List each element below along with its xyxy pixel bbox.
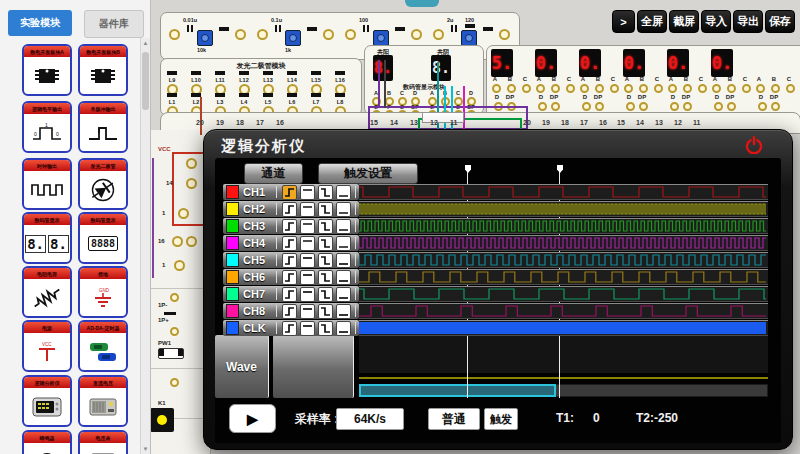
pin[interactable] — [670, 102, 679, 111]
pin[interactable] — [742, 84, 751, 93]
pin[interactable] — [551, 102, 560, 111]
pin[interactable] — [433, 29, 444, 40]
pin[interactable] — [522, 84, 531, 93]
pin[interactable] — [235, 29, 246, 40]
pin[interactable] — [170, 378, 179, 387]
module-card-meter-15[interactable]: 电压表 — [78, 430, 128, 454]
trigger-high-level-button[interactable] — [300, 185, 315, 200]
tab-experiment-modules[interactable]: 实验模块 — [8, 10, 72, 36]
module-card-led-5[interactable]: 发光二极管 — [78, 158, 128, 210]
trigger-high-level-button[interactable] — [300, 253, 315, 268]
wave-scrollbar-thumb[interactable] — [359, 384, 556, 397]
module-card-level-2[interactable]: 逻辑电平输出100 — [22, 101, 72, 153]
trigger-low-level-button[interactable] — [336, 202, 351, 217]
module-card-resistor-8[interactable]: 电阻电容 — [22, 266, 72, 318]
pin[interactable] — [786, 84, 795, 93]
trigger-low-level-button[interactable] — [336, 321, 351, 336]
pin[interactable] — [758, 102, 767, 111]
pin[interactable] — [345, 29, 356, 40]
trigger-low-level-button[interactable] — [336, 185, 351, 200]
pin[interactable] — [186, 178, 197, 189]
pin[interactable] — [756, 84, 765, 93]
module-card-chip-1[interactable]: 数电开发板块B — [78, 44, 128, 96]
module-card-seg4-7[interactable]: 数码管显示8888 — [78, 212, 128, 264]
pin[interactable] — [727, 84, 736, 93]
pin[interactable] — [771, 102, 780, 111]
pin[interactable] — [595, 102, 604, 111]
trigger-low-level-button[interactable] — [336, 236, 351, 251]
pin[interactable] — [727, 102, 736, 111]
k1-switch[interactable] — [150, 408, 174, 432]
trigger-rising-edge-button[interactable] — [282, 219, 297, 234]
pin[interactable] — [683, 84, 692, 93]
pin[interactable] — [536, 84, 545, 93]
potentiometer[interactable] — [461, 30, 477, 46]
trigger-falling-edge-button[interactable] — [318, 287, 333, 302]
scroll-down-icon[interactable]: ▼ — [141, 446, 150, 452]
module-card-psu-13[interactable]: 直流电压 — [78, 375, 128, 427]
cursor-t2-flag[interactable] — [557, 165, 563, 173]
export-button[interactable]: 导出 — [733, 10, 763, 33]
pin[interactable] — [507, 84, 516, 93]
module-card-chip-0[interactable]: 数电开发板块A — [22, 44, 72, 96]
pin[interactable] — [771, 84, 780, 93]
trigger-high-level-button[interactable] — [300, 219, 315, 234]
pin[interactable] — [580, 84, 589, 93]
module-card-clock-4[interactable]: 时钟输出 — [22, 158, 72, 210]
import-button[interactable]: 导入 — [701, 10, 731, 33]
pin[interactable] — [668, 84, 677, 93]
trigger-falling-edge-button[interactable] — [318, 202, 333, 217]
pin[interactable] — [170, 293, 179, 302]
save-button[interactable]: 保存 — [765, 10, 795, 33]
pin[interactable] — [626, 102, 635, 111]
pin[interactable] — [595, 84, 604, 93]
trigger-rising-edge-button[interactable] — [282, 270, 297, 285]
sidebar-scrollbar[interactable]: ▲ ▼ — [140, 38, 150, 454]
trigger-falling-edge-button[interactable] — [318, 253, 333, 268]
pw1-component[interactable] — [158, 348, 184, 359]
normal-mode-button[interactable]: 普通 — [428, 408, 480, 430]
module-card-ground-9[interactable]: 接地GND — [78, 266, 128, 318]
power-button[interactable] — [745, 136, 763, 154]
trigger-rising-edge-button[interactable] — [282, 287, 297, 302]
pin[interactable] — [538, 102, 547, 111]
trigger-rising-edge-button[interactable] — [282, 321, 297, 336]
pin[interactable] — [186, 158, 197, 169]
trigger-low-level-button[interactable] — [336, 270, 351, 285]
pin[interactable] — [714, 102, 723, 111]
module-card-vcc-10[interactable]: 电源VCC — [22, 320, 72, 372]
logic-analyzer-window[interactable]: 逻辑分析仪 通道 触发设置 Wave — [203, 129, 793, 450]
trigger-rising-edge-button[interactable] — [282, 253, 297, 268]
trigger-mode-button[interactable]: 触发 — [484, 408, 518, 430]
module-card-pulse-3[interactable]: 单脉冲输出 — [78, 101, 128, 153]
pin[interactable] — [492, 84, 501, 93]
pin[interactable] — [172, 236, 183, 247]
tab-component-library[interactable]: 器件库 — [84, 10, 144, 38]
pin[interactable] — [170, 327, 179, 336]
potentiometer[interactable] — [373, 30, 389, 46]
pin[interactable] — [639, 102, 648, 111]
module-card-seg2-6[interactable]: 数码管显示8.8. — [22, 212, 72, 264]
trigger-low-level-button[interactable] — [336, 304, 351, 319]
expand-button[interactable]: > — [612, 10, 635, 33]
trigger-high-level-button[interactable] — [300, 270, 315, 285]
trigger-falling-edge-button[interactable] — [318, 236, 333, 251]
tab-trigger-settings[interactable]: 触发设置 — [318, 163, 418, 184]
trigger-low-level-button[interactable] — [336, 287, 351, 302]
trigger-high-level-button[interactable] — [300, 304, 315, 319]
potentiometer[interactable] — [197, 30, 213, 46]
scrollbar-thumb[interactable] — [142, 52, 149, 110]
pin[interactable] — [186, 236, 197, 247]
trigger-falling-edge-button[interactable] — [318, 185, 333, 200]
scroll-up-icon[interactable]: ▲ — [141, 40, 150, 46]
module-card-la-12[interactable]: 逻辑分析仪 — [22, 375, 72, 427]
module-card-buzzer-14[interactable]: 蜂鸣器 — [22, 430, 72, 454]
trigger-rising-edge-button[interactable] — [282, 202, 297, 217]
trigger-falling-edge-button[interactable] — [318, 321, 333, 336]
pin[interactable] — [639, 84, 648, 93]
trigger-falling-edge-button[interactable] — [318, 219, 333, 234]
trigger-falling-edge-button[interactable] — [318, 270, 333, 285]
pin[interactable] — [551, 84, 560, 93]
trigger-rising-edge-button[interactable] — [282, 304, 297, 319]
play-button[interactable]: ▶ — [229, 404, 276, 433]
